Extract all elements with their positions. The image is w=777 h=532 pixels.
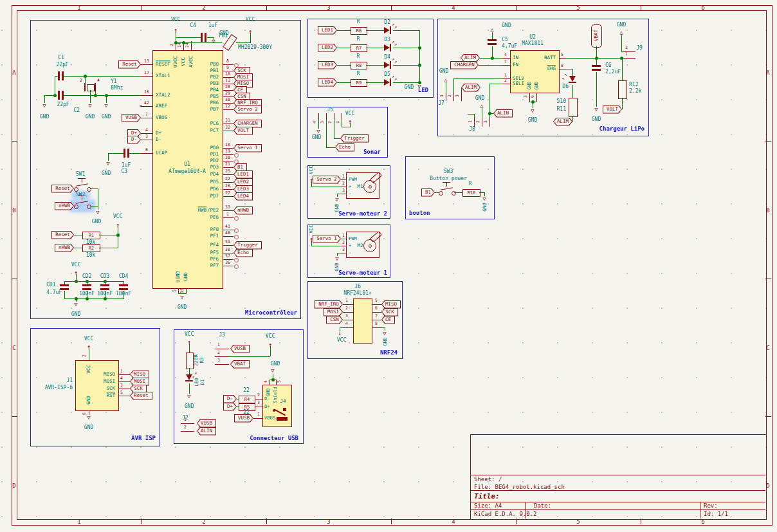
power-label-gnd[interactable]: GND	[592, 117, 601, 122]
gnd-symbol[interactable]: ▽	[316, 129, 320, 134]
capacitor-c4[interactable]	[201, 33, 207, 42]
gnd-symbol[interactable]: ▽	[180, 295, 183, 300]
global-label-sck[interactable]: SCK	[381, 308, 398, 316]
gnd-symbol[interactable]: ▽	[417, 84, 421, 89]
capacitor-c2[interactable]	[58, 91, 64, 100]
global-label-volt[interactable]: VOLT	[603, 105, 622, 114]
global-label-vbat[interactable]: VBAT	[230, 360, 250, 369]
j6-ref[interactable]: J6	[354, 284, 361, 289]
j8-ref[interactable]: J8	[469, 127, 475, 132]
j1-ref[interactable]: J1	[66, 378, 73, 383]
j3-ref[interactable]: J3	[219, 333, 225, 338]
capacitor-c3[interactable]	[123, 149, 130, 158]
power-label-gnd[interactable]: GND	[502, 23, 511, 28]
power-label-gnd[interactable]: GND	[185, 404, 194, 409]
power-label-gnd[interactable]: GND	[528, 118, 537, 123]
power-label-gnd[interactable]: GND	[92, 219, 101, 225]
resistor-r10[interactable]: R10	[462, 189, 480, 197]
power-label-vcc[interactable]: VCC	[84, 336, 93, 342]
global-label-echo[interactable]: Echo	[335, 143, 354, 152]
resistor-r8[interactable]: R8	[351, 62, 367, 69]
switch-contact[interactable]	[452, 191, 456, 196]
global-label-volt[interactable]: VOLT	[233, 127, 253, 135]
vcc-arrow-icon[interactable]: ↑	[87, 344, 91, 351]
global-label-echo[interactable]: Echo	[233, 249, 253, 257]
global-label-trigger[interactable]: Trigger	[340, 134, 369, 143]
resistor-r4[interactable]: R4	[239, 396, 255, 403]
vcc-arrow-icon[interactable]: ↑	[174, 27, 178, 34]
power-label-gnd[interactable]: GND	[178, 305, 187, 310]
vcc-arrow-icon[interactable]: ↑	[116, 222, 120, 229]
power-label-gnd[interactable]: GND	[383, 337, 388, 346]
gnd-symbol[interactable]: ▽	[335, 256, 338, 262]
gnd-symbol[interactable]: ▽	[383, 331, 386, 336]
global-label-alim[interactable]: ALIM	[461, 84, 480, 92]
power-label-gnd[interactable]: GND	[475, 96, 484, 101]
j9-ref[interactable]: J9	[636, 46, 643, 51]
power-label-gnd[interactable]: GND	[71, 312, 80, 317]
resistor-r11[interactable]	[569, 98, 578, 117]
global-label-vusb[interactable]: VUSB	[230, 345, 250, 353]
capacitor-c5[interactable]	[488, 39, 497, 46]
power-label-vcc[interactable]: VCC	[171, 17, 180, 23]
switch-contact[interactable]	[74, 205, 78, 209]
global-label-servo2[interactable]: Servo 2	[313, 176, 341, 184]
resistor-r7[interactable]: R7	[351, 44, 367, 52]
led-diode[interactable]	[569, 76, 576, 85]
led-diode[interactable]	[384, 26, 393, 34]
power-label-vcc[interactable]: VCC	[71, 262, 80, 268]
gnd-symbol[interactable]: ▽	[96, 210, 99, 216]
power-label-vcc[interactable]: VCC	[246, 17, 255, 23]
global-label-nhwb[interactable]: nHWB	[233, 206, 253, 215]
global-label-nrf-irq[interactable]: NRF_IRQ	[315, 300, 343, 309]
gnd-symbol-rotated[interactable]: △	[490, 27, 493, 33]
led-diode[interactable]	[384, 61, 393, 69]
vcc-arrow-icon[interactable]: ↑	[309, 236, 314, 243]
global-label-trigger[interactable]: Trigger	[233, 241, 262, 250]
power-label-gnd[interactable]: GND	[482, 203, 488, 212]
global-label-mosi[interactable]: MOSI	[324, 308, 343, 316]
no-connect-icon[interactable]: ✕	[140, 104, 143, 109]
sw2-ref[interactable]: SW2	[76, 192, 85, 197]
gnd-symbol[interactable]: ▽	[187, 394, 190, 399]
power-label-gnd[interactable]: GND	[102, 115, 111, 120]
global-label-vusb[interactable]: VUSB	[234, 414, 253, 423]
power-label-gnd[interactable]: GND	[405, 85, 414, 90]
global-label-reset[interactable]: Reset	[130, 392, 152, 400]
capacitor-c1[interactable]	[58, 71, 64, 80]
power-label-vcc[interactable]: VCC	[113, 214, 122, 219]
global-label-chargen[interactable]: CHARGEN	[450, 61, 479, 69]
global-label-servo-1[interactable]: Servo 1	[233, 144, 262, 152]
global-label-led3[interactable]: LED3	[318, 61, 337, 69]
vcc-arrow-icon[interactable]: ↑	[74, 270, 78, 277]
gnd-symbol[interactable]: ▽	[335, 197, 338, 203]
power-label-gnd[interactable]: GND	[334, 262, 340, 271]
capacitor-c6[interactable]	[592, 65, 601, 71]
vcc-arrow-icon[interactable]: ↑	[309, 177, 314, 184]
power-label-vcc[interactable]: VCC	[185, 332, 194, 337]
power-label-vcc[interactable]: VCC	[345, 111, 354, 116]
resistor-r12[interactable]	[618, 80, 627, 99]
gnd-symbol[interactable]: ▽	[74, 302, 77, 307]
j4-ref[interactable]: J4	[280, 399, 286, 404]
gnd-symbol[interactable]: ▽	[104, 103, 107, 109]
j5-ref[interactable]: J5	[327, 107, 333, 113]
switch-contact[interactable]	[439, 191, 443, 196]
capacitor-cd2[interactable]	[82, 284, 91, 291]
power-label-vcc[interactable]: VCC	[266, 334, 275, 339]
switch-contact[interactable]	[87, 205, 91, 209]
power-label-gnd[interactable]: GND	[40, 115, 49, 120]
vcc-arrow-icon[interactable]: ↑	[248, 28, 253, 35]
power-label-vcc[interactable]: VCC	[309, 225, 314, 234]
global-label-alin[interactable]: ALIN	[493, 109, 513, 118]
capacitor-cd4[interactable]	[119, 284, 128, 291]
global-label-led1[interactable]: LED1	[233, 170, 253, 179]
power-label-gnd[interactable]: GND	[84, 425, 93, 430]
power-label-vcc[interactable]: VCC	[337, 338, 346, 343]
vcc-arrow-icon[interactable]: ↑	[348, 118, 352, 125]
led-diode[interactable]	[384, 44, 393, 51]
gnd-symbol[interactable]: ▽	[531, 108, 534, 114]
global-label-led4[interactable]: LED4	[318, 78, 337, 87]
vcc-arrow-icon[interactable]: ↑	[187, 339, 192, 346]
global-label-csn[interactable]: CSN	[326, 316, 343, 324]
